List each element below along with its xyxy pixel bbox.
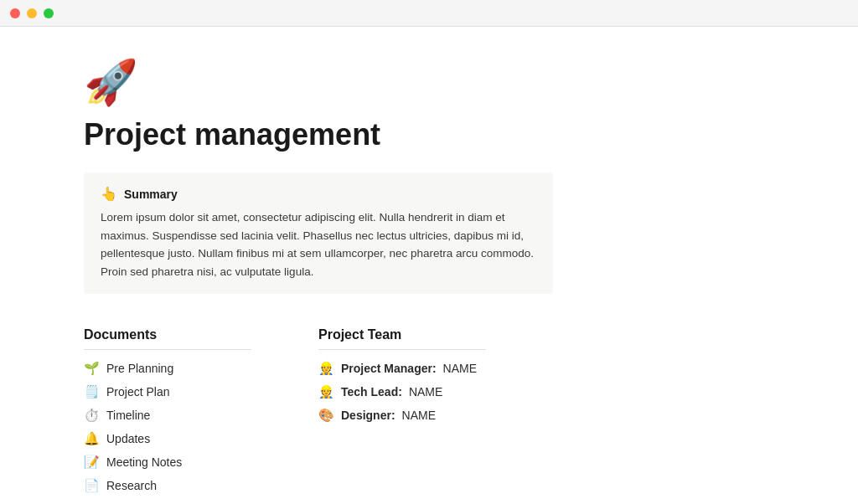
timeline-label: Timeline bbox=[106, 409, 150, 422]
meeting-notes-label: Meeting Notes bbox=[106, 455, 182, 469]
project-manager-role: Project Manager: bbox=[341, 362, 437, 375]
list-item[interactable]: 🔔 Updates bbox=[84, 427, 251, 450]
documents-heading: Documents bbox=[84, 327, 251, 350]
list-item: 👷 Project Manager: NAME bbox=[318, 357, 486, 380]
list-item: 🎨 Designer: NAME bbox=[318, 404, 486, 427]
timeline-icon: ⏱️ bbox=[84, 408, 100, 423]
maximize-button[interactable] bbox=[44, 8, 54, 18]
tech-lead-role: Tech Lead: bbox=[341, 385, 402, 399]
designer-role: Designer: bbox=[341, 409, 395, 422]
list-item[interactable]: 📄 Research bbox=[84, 474, 251, 497]
project-manager-name: NAME bbox=[443, 362, 477, 375]
designer-name: NAME bbox=[402, 409, 436, 422]
updates-label: Updates bbox=[106, 432, 150, 445]
list-item[interactable]: ⏱️ Timeline bbox=[84, 404, 251, 427]
close-button[interactable] bbox=[10, 8, 20, 18]
pre-planning-icon: 🌱 bbox=[84, 361, 100, 376]
project-plan-label: Project Plan bbox=[106, 385, 169, 399]
tech-lead-icon: 👷 bbox=[318, 384, 334, 399]
research-label: Research bbox=[106, 479, 157, 492]
list-item[interactable]: 🗒️ Project Plan bbox=[84, 380, 251, 404]
research-icon: 📄 bbox=[84, 478, 100, 493]
titlebar bbox=[0, 0, 858, 27]
documents-list: 🌱 Pre Planning 🗒️ Project Plan ⏱️ Timeli… bbox=[84, 357, 251, 497]
updates-icon: 🔔 bbox=[84, 431, 100, 446]
columns-section: Documents 🌱 Pre Planning 🗒️ Project Plan… bbox=[84, 327, 808, 497]
pre-planning-label: Pre Planning bbox=[106, 362, 173, 375]
meeting-notes-icon: 📝 bbox=[84, 455, 100, 470]
page-icon: 🚀 bbox=[84, 60, 808, 104]
summary-header: 👆 Summary bbox=[101, 186, 536, 202]
team-heading: Project Team bbox=[318, 327, 486, 350]
page-title: Project management bbox=[84, 117, 808, 152]
tech-lead-name: NAME bbox=[409, 385, 442, 399]
list-item[interactable]: 📝 Meeting Notes bbox=[84, 450, 251, 474]
project-plan-icon: 🗒️ bbox=[84, 384, 100, 399]
minimize-button[interactable] bbox=[27, 8, 37, 18]
summary-text: Lorem ipsum dolor sit amet, consectetur … bbox=[101, 208, 536, 280]
summary-box: 👆 Summary Lorem ipsum dolor sit amet, co… bbox=[84, 172, 553, 294]
summary-title: Summary bbox=[124, 188, 178, 201]
main-content: 🚀 Project management 👆 Summary Lorem ips… bbox=[0, 27, 858, 504]
documents-column: Documents 🌱 Pre Planning 🗒️ Project Plan… bbox=[84, 327, 251, 497]
project-manager-icon: 👷 bbox=[318, 361, 334, 376]
team-list: 👷 Project Manager: NAME 👷 Tech Lead: NAM… bbox=[318, 357, 486, 427]
summary-icon: 👆 bbox=[101, 186, 117, 202]
designer-icon: 🎨 bbox=[318, 408, 334, 423]
list-item[interactable]: 🌱 Pre Planning bbox=[84, 357, 251, 380]
list-item: 👷 Tech Lead: NAME bbox=[318, 380, 486, 404]
team-column: Project Team 👷 Project Manager: NAME 👷 T… bbox=[318, 327, 486, 497]
